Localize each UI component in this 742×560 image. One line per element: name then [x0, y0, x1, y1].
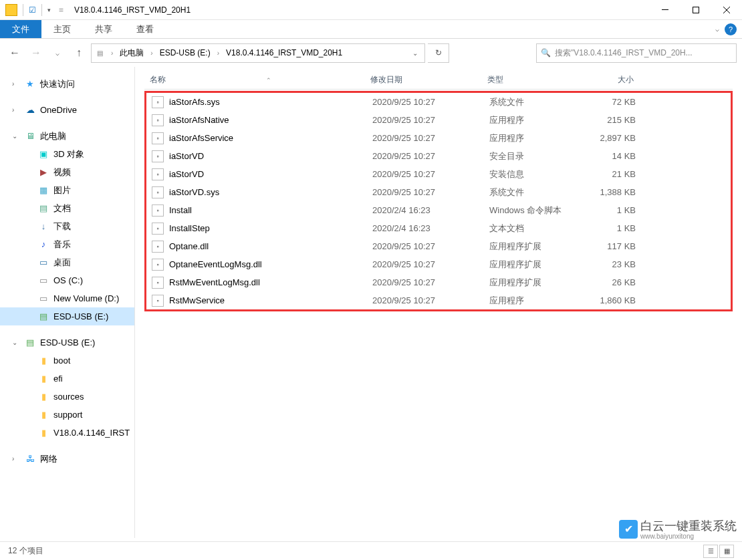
sidebar-item-label: 快速访问 [40, 78, 75, 90]
sidebar-item[interactable]: ▤文档 [0, 199, 134, 217]
file-list-panel: 名称⌃ 修改日期 类型 大小 ▫iaStorAfs.sys 2020/9/25 … [135, 67, 742, 538]
sidebar-item-label: 文档 [53, 202, 71, 215]
folder-icon: ▮ [37, 428, 49, 438]
sidebar-item-this-pc[interactable]: ⌄🖥此电脑 [0, 127, 134, 145]
crumb-folder[interactable]: V18.0.4.1146_IRST_VMD_20H1 [223, 48, 345, 57]
search-input[interactable]: 🔍 搜索"V18.0.4.1146_IRST_VMD_20H... [536, 43, 737, 63]
file-size: 215 KB [588, 115, 641, 125]
minimize-button[interactable] [650, 0, 681, 20]
sidebar-item[interactable]: ▦图片 [0, 181, 134, 199]
sidebar-item-onedrive[interactable]: ›☁OneDrive [0, 101, 134, 119]
3d-objects-icon: ▣ [37, 149, 49, 160]
column-type[interactable]: 类型 [482, 74, 586, 86]
column-name[interactable]: 名称⌃ [144, 74, 365, 86]
recent-locations-icon[interactable]: ⌵ [48, 43, 67, 62]
sidebar-item-label: 下载 [53, 221, 71, 233]
crumb-this-pc[interactable]: 此电脑 [117, 47, 146, 59]
sidebar-item[interactable]: ▣3D 对象 [0, 145, 134, 163]
table-row[interactable]: ▫iaStorVD 2020/9/25 10:27 安装信息 21 KB [146, 165, 731, 183]
refresh-button[interactable]: ↻ [428, 43, 449, 63]
divider [23, 4, 23, 16]
sidebar-item[interactable]: ▮efi [0, 370, 134, 388]
drive-icon: ▭ [37, 275, 49, 286]
file-name: iaStorVD [169, 169, 204, 179]
sidebar-item[interactable]: ▮boot [0, 352, 134, 370]
maximize-button[interactable] [681, 0, 711, 20]
sidebar-item-esd-usb[interactable]: ⌄▤ESD-USB (E:) [0, 333, 134, 352]
file-name: iaStorAfsNative [169, 115, 229, 125]
file-date: 2020/9/25 10:27 [367, 151, 484, 161]
chevron-down-icon[interactable]: ▾ [47, 7, 51, 13]
sidebar-item[interactable]: ▮V18.0.4.1146_IRST [0, 424, 134, 442]
ribbon: 文件 主页 共享 查看 ⌵ ? [0, 20, 742, 39]
file-date: 2020/9/25 10:27 [367, 259, 484, 269]
file-date: 2020/9/25 10:27 [367, 133, 484, 143]
file-icon: ▫ [152, 295, 164, 307]
file-tab[interactable]: 文件 [0, 20, 41, 38]
sidebar-item-label: ESD-USB (E:) [40, 337, 95, 347]
watermark: ✔ 白云一键重装系统 www.baiyunxitong [619, 518, 737, 540]
table-row[interactable]: ▫iaStorAfsNative 2020/9/25 10:27 应用程序 21… [146, 111, 731, 129]
column-size[interactable]: 大小 [586, 74, 639, 86]
up-button[interactable]: ↑ [70, 43, 88, 62]
crumb-drive[interactable]: ESD-USB (E:) [157, 48, 213, 57]
sidebar-item[interactable]: ↓下载 [0, 217, 134, 235]
checkbox-icon[interactable]: ☑ [29, 5, 36, 15]
file-size: 2,897 KB [588, 133, 641, 143]
chevron-right-icon[interactable]: › [213, 49, 223, 57]
table-row[interactable]: ▫iaStorVD 2020/9/25 10:27 安全目录 14 KB [146, 147, 731, 165]
sidebar-item[interactable]: ▭OS (C:) [0, 271, 134, 289]
sidebar-item-label: OS (C:) [53, 275, 83, 285]
chevron-right-icon[interactable]: › [146, 49, 156, 57]
chevron-right-icon[interactable]: › [107, 49, 117, 57]
tab-home[interactable]: 主页 [41, 20, 83, 38]
file-name: iaStorVD [169, 151, 204, 161]
sidebar-item-label: V18.0.4.1146_IRST [53, 428, 130, 438]
sidebar-item-network[interactable]: ›🖧网络 [0, 450, 134, 468]
table-row[interactable]: ▫iaStorVD.sys 2020/9/25 10:27 系统文件 1,388… [146, 183, 731, 201]
close-button[interactable] [711, 0, 742, 20]
sidebar-item[interactable]: ▤ESD-USB (E:) [0, 307, 134, 325]
highlighted-file-list: ▫iaStorAfs.sys 2020/9/25 10:27 系统文件 72 K… [144, 91, 733, 311]
back-button[interactable]: ← [5, 43, 24, 62]
file-size: 1 KB [588, 205, 641, 215]
help-icon[interactable]: ? [725, 23, 737, 35]
tab-share[interactable]: 共享 [83, 20, 124, 38]
collapse-ribbon-icon[interactable]: ⌵ [715, 25, 719, 33]
column-label: 名称 [150, 74, 166, 86]
sidebar-item-label: sources [53, 392, 84, 402]
file-type: 应用程序 [484, 295, 588, 307]
sidebar-item[interactable]: ▶视频 [0, 163, 134, 181]
table-row[interactable]: ▫OptaneEventLogMsg.dll 2020/9/25 10:27 应… [146, 255, 731, 273]
table-row[interactable]: ▫RstMwService 2020/9/25 10:27 应用程序 1,860… [146, 291, 731, 309]
nav-row: ← → ⌵ ↑ ▤ › 此电脑 › ESD-USB (E:) › V18.0.4… [0, 39, 742, 67]
watermark-sub: www.baiyunxitong [640, 533, 737, 540]
file-icon: ▫ [152, 241, 164, 253]
tab-view[interactable]: 查看 [124, 20, 166, 38]
table-row[interactable]: ▫Install 2020/2/4 16:23 Windows 命令脚本 1 K… [146, 201, 731, 219]
sidebar-item[interactable]: ▮sources [0, 388, 134, 406]
table-row[interactable]: ▫iaStorAfs.sys 2020/9/25 10:27 系统文件 72 K… [146, 93, 731, 111]
file-name: iaStorAfsService [169, 133, 233, 143]
breadcrumb[interactable]: ▤ › 此电脑 › ESD-USB (E:) › V18.0.4.1146_IR… [91, 43, 425, 63]
sidebar-item[interactable]: ▮support [0, 406, 134, 424]
table-row[interactable]: ▫RstMwEventLogMsg.dll 2020/9/25 10:27 应用… [146, 273, 731, 291]
view-details-button[interactable]: ☰ [703, 545, 718, 558]
table-row[interactable]: ▫Optane.dll 2020/9/25 10:27 应用程序扩展 117 K… [146, 237, 731, 255]
table-row[interactable]: ▫InstallStep 2020/2/4 16:23 文本文档 1 KB [146, 219, 731, 237]
chevron-down-icon[interactable]: ⌄ [407, 49, 423, 57]
sidebar-item[interactable]: ▭桌面 [0, 253, 134, 271]
forward-button[interactable]: → [27, 43, 45, 62]
sidebar-item-label: OneDrive [40, 105, 77, 115]
folder-icon: ▮ [37, 356, 49, 366]
sidebar-item-quick-access[interactable]: ›★快速访问 [0, 75, 134, 93]
column-date[interactable]: 修改日期 [365, 74, 482, 86]
file-type: 系统文件 [484, 186, 588, 198]
pictures-icon: ▦ [37, 185, 49, 196]
file-date: 2020/9/25 10:27 [367, 277, 484, 287]
view-large-button[interactable]: ▦ [719, 545, 734, 558]
sidebar-item[interactable]: ♪音乐 [0, 235, 134, 253]
sidebar-item[interactable]: ▭New Volume (D:) [0, 289, 134, 307]
table-row[interactable]: ▫iaStorAfsService 2020/9/25 10:27 应用程序 2… [146, 129, 731, 147]
file-size: 1,860 KB [588, 295, 641, 305]
